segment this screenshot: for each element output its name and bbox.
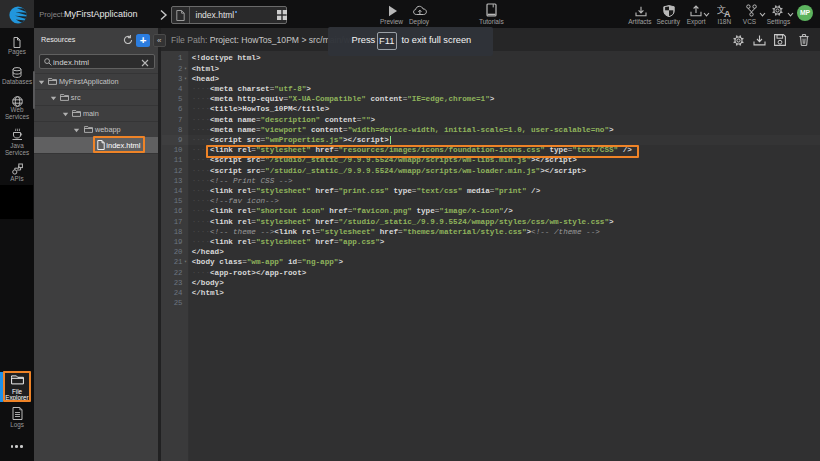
svg-text:A: A bbox=[724, 9, 731, 18]
